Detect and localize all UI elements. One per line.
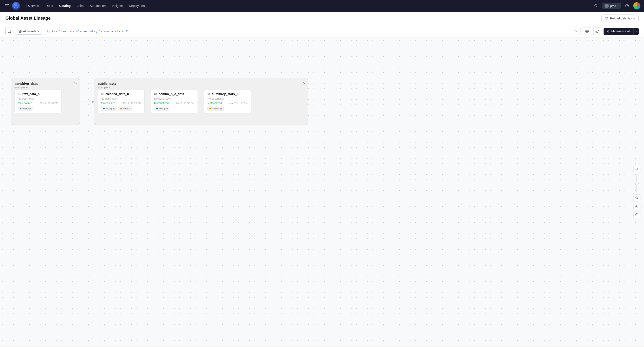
combo-icon: ⊞	[154, 92, 157, 96]
help-button[interactable]	[624, 2, 630, 9]
zoom-controls	[633, 166, 640, 218]
zoom-in-button[interactable]	[633, 166, 640, 173]
public-group-title: public_data	[98, 82, 304, 85]
nav-catalog[interactable]: Catalog	[56, 3, 73, 9]
postgres-label-2: Postgres	[159, 107, 168, 110]
svg-line-13	[49, 32, 50, 32]
search-clear-button[interactable]: ✕	[575, 29, 578, 33]
page-header: Global Asset Lineage Reload definitions	[0, 11, 644, 25]
raw-data-b-icon: ⊞	[18, 92, 20, 96]
settings-button[interactable]	[633, 203, 640, 210]
fit-view-button[interactable]	[633, 211, 640, 218]
materialize-label: Materialize all	[611, 29, 630, 33]
combo-status-row: Materialized Mar 2, 11:56 PM	[154, 102, 194, 105]
summary-description: No description	[207, 97, 248, 100]
user-avatar[interactable]	[633, 2, 640, 9]
svg-point-4	[594, 4, 597, 7]
materialize-split-button[interactable]: ▾	[634, 28, 639, 35]
top-nav: Overview Runs Catalog Jobs Automation In…	[0, 0, 644, 11]
prod-chevron-icon: ▾	[618, 5, 618, 7]
all-assets-chevron-icon: ▾	[38, 30, 39, 32]
asset-card-cleaned-data-b[interactable]: ⊞ cleaned_data_b No description Material…	[98, 89, 144, 113]
raw-data-b-name: raw_data_b	[22, 92, 40, 96]
combo-description: No description	[154, 97, 194, 100]
toolbar: All assets ▾ ✕ Materialize all ▾	[0, 25, 644, 38]
search-input[interactable]	[52, 30, 573, 33]
materialize-chevron-icon: ▾	[636, 30, 637, 33]
public-group-org: example_co	[98, 86, 304, 89]
public-group-collapse-button[interactable]: ⤡	[302, 80, 306, 85]
sensitive-group-collapse-button[interactable]: ⤡	[74, 80, 77, 85]
parquet-label: Parquet	[22, 107, 31, 110]
search-icon	[47, 30, 50, 33]
nav-links: Overview Runs Catalog Jobs Automation In…	[24, 3, 590, 9]
combo-date: Mar 2, 11:56 PM	[176, 102, 194, 104]
summary-icon: ⊞	[207, 92, 210, 96]
prod-label: prod	[610, 4, 616, 7]
postgres-dot-2	[156, 108, 158, 109]
reload-definitions-button[interactable]: Reload definitions	[601, 14, 639, 22]
globe-button[interactable]	[583, 27, 591, 35]
svg-rect-2	[5, 7, 9, 7]
svg-rect-8	[8, 30, 11, 32]
sidebar-toggle-button[interactable]	[5, 27, 14, 35]
svg-line-5	[597, 6, 597, 7]
summary-tag-powerbi: Power BI	[207, 106, 224, 110]
nav-insights[interactable]: Insights	[109, 3, 125, 9]
parquet-dot	[20, 108, 22, 109]
raw-data-b-tags: Parquet	[18, 106, 58, 110]
nav-deployment[interactable]: Deployment	[126, 3, 148, 9]
nav-overview[interactable]: Overview	[24, 3, 42, 9]
summary-status-row: Materialized Mar 2, 11:56 PM	[207, 102, 248, 105]
prod-initial: P	[604, 3, 609, 8]
cleaned-data-b-status: Materialized	[101, 102, 116, 105]
summary-name: summary_stats_2	[212, 92, 238, 96]
raw-data-b-tag-parquet: Parquet	[18, 106, 33, 110]
search-bar: ✕	[44, 28, 581, 35]
zoom-slider[interactable]	[636, 175, 637, 192]
search-button[interactable]	[592, 2, 600, 9]
nav-runs[interactable]: Runs	[43, 3, 56, 9]
svg-marker-16	[607, 30, 610, 32]
cleaned-data-b-header: ⊞ cleaned_data_b	[101, 92, 141, 96]
svg-point-7	[627, 6, 627, 7]
asset-card-summary-stats-2[interactable]: ⊞ summary_stats_2 No description Materia…	[204, 89, 251, 113]
nav-jobs[interactable]: Jobs	[74, 3, 86, 9]
prod-selector[interactable]: P prod ▾	[602, 3, 621, 9]
combo-tag-postgres: Postgres	[154, 106, 170, 110]
summary-date: Mar 2, 11:56 PM	[230, 102, 248, 104]
canvas[interactable]: sensitive_data example_co ⤡ ⊞ raw_data_b…	[0, 38, 644, 346]
cleaned-data-b-status-row: Materialized Mar 2, 11:56 PM	[101, 102, 141, 105]
sensitive-group-title: sensitive_data	[14, 82, 76, 85]
sensitive-group-org: example_co	[14, 86, 76, 89]
raw-data-b-status-row: Materialized Mar 2, 11:56 PM	[18, 102, 58, 105]
asset-card-combo-b-c-data[interactable]: ⊞ combo_b_c_data No description Material…	[151, 89, 198, 113]
hamburger-menu[interactable]	[4, 3, 10, 9]
all-assets-label: All assets	[23, 29, 36, 33]
app-logo	[12, 2, 20, 10]
sensitive-data-group: sensitive_data example_co ⤡ ⊞ raw_data_b…	[11, 78, 80, 125]
combo-tags: Postgres	[154, 106, 194, 110]
combo-status: Materialized	[154, 102, 169, 105]
zoom-out-button[interactable]	[633, 194, 640, 201]
svg-rect-0	[5, 4, 9, 5]
svg-point-27	[636, 206, 637, 207]
nav-automation[interactable]: Automation	[87, 3, 108, 9]
public-data-group: public_data example_co ⤡ ⊞ cleaned_data_…	[94, 78, 308, 125]
cleaned-data-b-icon: ⊞	[101, 92, 104, 96]
all-assets-dropdown[interactable]: All assets ▾	[16, 28, 42, 35]
refresh-button[interactable]	[593, 27, 601, 35]
zoom-slider-thumb	[635, 182, 639, 185]
postgres-label-1: Postgres	[106, 107, 115, 110]
raw-data-b-description: No description	[18, 97, 58, 100]
cleaned-data-b-name: cleaned_data_b	[106, 92, 129, 96]
cleaned-data-b-tag-polars: Polars	[118, 106, 132, 110]
materialize-all-button[interactable]: Materialize all	[604, 28, 634, 35]
combo-name: combo_b_c_data	[159, 92, 184, 96]
asset-card-raw-data-b[interactable]: ⊞ raw_data_b No description Materialized…	[14, 89, 62, 113]
raw-data-b-header: ⊞ raw_data_b	[18, 92, 58, 96]
svg-line-21	[638, 170, 638, 171]
svg-rect-1	[5, 5, 9, 6]
nav-right: P prod ▾	[592, 2, 640, 9]
combo-header: ⊞ combo_b_c_data	[154, 92, 194, 96]
